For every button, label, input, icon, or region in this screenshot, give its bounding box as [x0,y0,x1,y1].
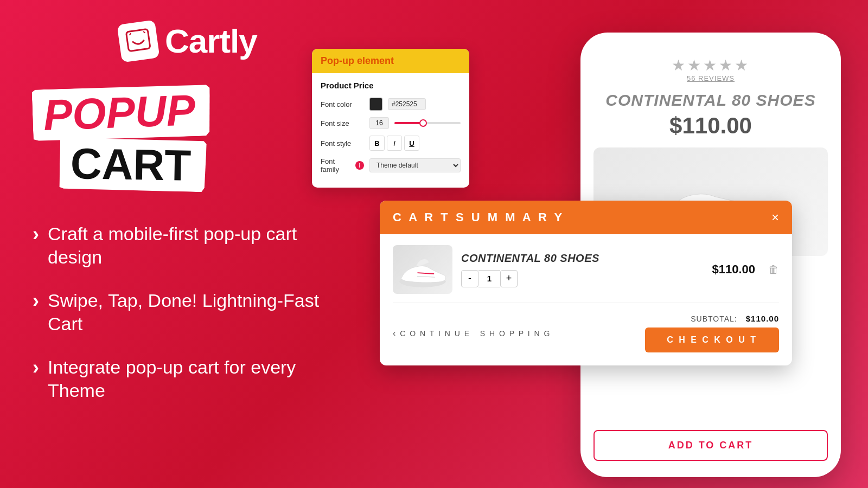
chevron-icon-1: › [33,223,39,245]
star-rating: ★★★★★ [672,56,750,74]
underline-button[interactable]: U [404,136,419,151]
chevron-icon-2: › [33,290,39,312]
cart-label-bg: CART [59,138,207,192]
bullet-item-2: › Swipe, Tap, Done! Lightning-Fast Cart [33,289,336,335]
subtotal-row: SUBTOTAL: $110.00 [691,314,779,323]
reviews-count: 56 REVIEWS [687,74,735,82]
cart-body: CONTINENTAL 80 SHOES - 1 + $110.00 🗑 ‹ C… [380,234,792,365]
cart-shoe-svg [395,248,450,291]
cart-summary-panel: C A R T S U M M A R Y × CONTINENTAL 80 S… [380,201,792,365]
bullets-section: › Craft a mobile-first pop-up cart desig… [33,222,336,422]
logo-area: Cartly [119,22,257,60]
font-size-slider[interactable] [394,122,461,124]
popup-label-bg: POPUP [31,84,211,142]
panel-field-label: Product Price [321,81,461,90]
cart-item-name: CONTINENTAL 80 SHOES [461,252,703,265]
style-buttons: B I U [369,136,419,151]
color-swatch[interactable] [369,98,382,111]
popup-label: POPUP [43,86,196,139]
stars-section: ★★★★★ 56 REVIEWS [672,56,750,82]
popup-cart-area: POPUP CART [33,87,315,191]
cart-item-price: $110.00 [712,262,755,277]
continue-shopping-text: C O N T I N U E S H O P P I N G [400,329,551,338]
bullet-item-3: › Integrate pop-up cart for every Theme [33,356,336,402]
font-color-row: Font color #252525 [321,98,461,111]
cart-item-row: CONTINENTAL 80 SHOES - 1 + $110.00 🗑 [393,245,779,294]
slider-thumb [419,119,427,127]
add-to-cart-button[interactable]: ADD TO CART [593,430,828,461]
checkout-button[interactable]: C H E C K O U T [645,328,779,352]
cart-header: C A R T S U M M A R Y × [380,201,792,234]
bullet-item-1: › Craft a mobile-first pop-up cart desig… [33,222,336,268]
svg-rect-0 [126,29,150,51]
chevron-left-icon: ‹ [393,329,397,338]
panel-body: Product Price Font color #252525 Font si… [312,73,469,188]
cart-quantity-row: - 1 + [461,270,703,287]
cart-divider [393,303,779,303]
font-family-row: Font family i Theme default [321,157,461,174]
popup-element-panel: Pop-up element Product Price Font color … [312,49,469,188]
add-to-cart-area: ADD TO CART [593,430,828,461]
subtotal-checkout-area: SUBTOTAL: $110.00 C H E C K O U T [645,314,779,352]
product-title-back: CONTINENTAL 80 SHOES [605,91,815,110]
font-size-value[interactable]: 16 [369,117,389,129]
bold-button[interactable]: B [369,136,385,151]
cart-icon [125,28,152,55]
cart-close-button[interactable]: × [771,211,779,224]
subtotal-amount: $110.00 [746,314,779,323]
cart-item-image [393,245,452,294]
continue-shopping-link[interactable]: ‹ C O N T I N U E S H O P P I N G [393,329,551,338]
panel-header-text: Pop-up element [321,55,394,66]
italic-button[interactable]: I [387,136,402,151]
subtotal-label: SUBTOTAL: [691,314,737,323]
cart-header-title: C A R T S U M M A R Y [393,210,564,224]
font-family-dropdown[interactable]: Theme default [369,158,461,172]
quantity-value: 1 [478,270,500,287]
bullet-text-3: Integrate pop-up cart for every Theme [48,356,336,402]
font-size-row: Font size 16 [321,117,461,129]
panel-header: Pop-up element [312,49,469,73]
logo-text: Cartly [165,22,257,60]
quantity-decrease-button[interactable]: - [461,270,478,287]
bullet-text-1: Craft a mobile-first pop-up cart design [48,222,336,268]
cart-label: CART [70,139,192,190]
bullet-text-2: Swipe, Tap, Done! Lightning-Fast Cart [48,289,336,335]
product-price-back: $110.00 [669,113,752,139]
quantity-increase-button[interactable]: + [500,270,518,287]
font-style-label: Font style [321,139,364,147]
font-style-row: Font style B I U [321,136,461,151]
info-icon: i [355,161,364,170]
font-size-label: Font size [321,119,364,127]
cart-delete-button[interactable]: 🗑 [768,264,779,276]
logo-icon [117,20,159,62]
cart-footer: ‹ C O N T I N U E S H O P P I N G SUBTOT… [393,307,779,355]
font-family-label: Font family i [321,157,364,174]
chevron-icon-3: › [33,357,39,378]
cart-item-details: CONTINENTAL 80 SHOES - 1 + [461,252,703,287]
hex-value[interactable]: #252525 [388,98,426,110]
font-color-label: Font color [321,100,364,108]
